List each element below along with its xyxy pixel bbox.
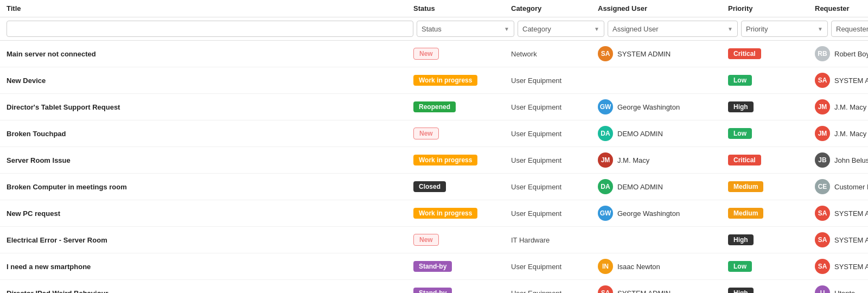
assigned-name: George Washington [617, 103, 680, 111]
table-row[interactable]: Server Room IssueWork in progressUser Eq… [0, 147, 868, 174]
table-header-row: Title Status Category Assigned User Prio… [0, 0, 868, 17]
row-priority: Critical [728, 48, 815, 59]
priority-badge: Critical [728, 155, 761, 165]
table-body: Main server not connectedNewNetworkSASYS… [0, 41, 868, 293]
status-badge: Work in progress [413, 75, 477, 86]
row-assigned-user: DADEMO ADMIN [598, 126, 728, 141]
row-requester: CECustomer E [815, 179, 868, 194]
row-category: User Equipment [511, 263, 598, 271]
priority-filter[interactable]: Priority ▼ [741, 21, 828, 37]
priority-badge: Medium [728, 208, 763, 219]
row-status: Work in progress [413, 155, 511, 165]
table-row[interactable]: Electrical Error - Server RoomNewIT Hard… [0, 227, 868, 253]
assigned-name: DEMO ADMIN [617, 183, 663, 191]
table-row[interactable]: I need a new smartphoneStand-byUser Equi… [0, 253, 868, 280]
row-requester: UUtente [815, 285, 861, 293]
row-assigned-user: SASYSTEM ADMIN [598, 285, 728, 293]
requester-avatar: JM [815, 99, 830, 114]
requester-avatar: SA [815, 206, 830, 221]
row-status: Stand-by [413, 261, 511, 272]
avatar: DA [598, 179, 613, 194]
row-category: IT Hardware [511, 236, 598, 244]
avatar: IN [598, 259, 613, 274]
requester-avatar: SA [815, 73, 830, 88]
priority-badge: Critical [728, 48, 761, 59]
requester-avatar: CE [815, 179, 830, 194]
row-status: New [413, 48, 511, 60]
row-status: New [413, 234, 511, 246]
table-row[interactable]: Director IPad Weird BehaviourStand-byUse… [0, 280, 868, 293]
status-badge: Stand-by [413, 261, 452, 272]
assigned-name: Isaac Newton [617, 263, 660, 271]
row-priority: High [728, 234, 815, 245]
status-badge: New [413, 128, 439, 139]
row-requester: SASYSTEM AD [815, 232, 868, 247]
row-category: User Equipment [511, 156, 598, 164]
assigned-name: SYSTEM ADMIN [617, 50, 671, 58]
requester-filter[interactable]: Requester [831, 21, 868, 37]
col-status: Status [413, 4, 511, 12]
row-assigned-user: GWGeorge Washington [598, 99, 728, 114]
row-priority: Low [728, 128, 815, 139]
row-assigned-user: JMJ.M. Macy [598, 152, 728, 168]
assigned-name: George Washington [617, 209, 680, 218]
col-priority: Priority [728, 4, 815, 12]
row-assigned-user: INIsaac Newton [598, 259, 728, 274]
row-requester: SASYSTEM AD [815, 73, 868, 88]
status-badge: Closed [413, 181, 446, 192]
col-requester: Requester [815, 4, 861, 12]
status-filter[interactable]: Status ▼ [417, 21, 514, 37]
col-title: Title [7, 4, 413, 12]
table-row[interactable]: New PC requestWork in progressUser Equip… [0, 200, 868, 227]
assigned-filter-arrow: ▼ [727, 26, 733, 32]
priority-badge: High [728, 288, 754, 293]
row-category: User Equipment [511, 130, 598, 138]
row-status: Closed [413, 181, 511, 192]
row-requester: JMJ.M. Macy [815, 126, 866, 141]
row-category: User Equipment [511, 183, 598, 191]
table-row[interactable]: Broken TouchpadNewUser EquipmentDADEMO A… [0, 120, 868, 147]
row-assigned-user: GWGeorge Washington [598, 206, 728, 221]
row-assigned-user: SASYSTEM ADMIN [598, 46, 728, 61]
row-priority: High [728, 101, 815, 112]
row-priority: Low [728, 261, 815, 272]
requester-name: John Belush [834, 156, 868, 164]
row-title: Electrical Error - Server Room [7, 236, 413, 244]
avatar: GW [598, 99, 613, 114]
category-filter-label: Category [522, 25, 551, 33]
row-title: I need a new smartphone [7, 263, 413, 271]
row-title: New Device [7, 77, 413, 85]
assigned-filter[interactable]: Assigned User ▼ [608, 21, 738, 37]
row-assigned-user: DADEMO ADMIN [598, 179, 728, 194]
table-row[interactable]: New DeviceWork in progressUser Equipment… [0, 67, 868, 94]
row-status: Reopened [413, 101, 511, 112]
table-row[interactable]: Main server not connectedNewNetworkSASYS… [0, 41, 868, 67]
status-badge: Work in progress [413, 155, 477, 165]
requester-name: J.M. Macy [834, 130, 866, 138]
category-filter-arrow: ▼ [594, 26, 599, 32]
col-category: Category [511, 4, 598, 12]
assigned-name: J.M. Macy [617, 156, 649, 164]
row-status: New [413, 128, 511, 139]
requester-avatar: SA [815, 259, 830, 274]
priority-badge: High [728, 101, 754, 112]
avatar: SA [598, 285, 613, 293]
row-requester: JBJohn Belush [815, 152, 868, 168]
table-row[interactable]: Director's Tablet Support RequestReopene… [0, 94, 868, 120]
requester-avatar: RB [815, 46, 830, 61]
row-title: New PC request [7, 209, 413, 218]
requester-name: Customer E [834, 183, 868, 191]
avatar: DA [598, 126, 613, 141]
status-badge: New [413, 48, 439, 60]
row-priority: Medium [728, 181, 815, 192]
avatar: GW [598, 206, 613, 221]
category-filter[interactable]: Category ▼ [518, 21, 604, 37]
row-title: Director IPad Weird Behaviour [7, 289, 413, 294]
row-title: Server Room Issue [7, 156, 413, 164]
row-title: Broken Computer in meetings room [7, 183, 413, 191]
requester-avatar: SA [815, 232, 830, 247]
row-status: Work in progress [413, 208, 511, 219]
table-row[interactable]: Broken Computer in meetings roomClosedUs… [0, 174, 868, 200]
title-filter-input[interactable] [7, 21, 413, 37]
ticket-table: Title Status Category Assigned User Prio… [0, 0, 868, 293]
